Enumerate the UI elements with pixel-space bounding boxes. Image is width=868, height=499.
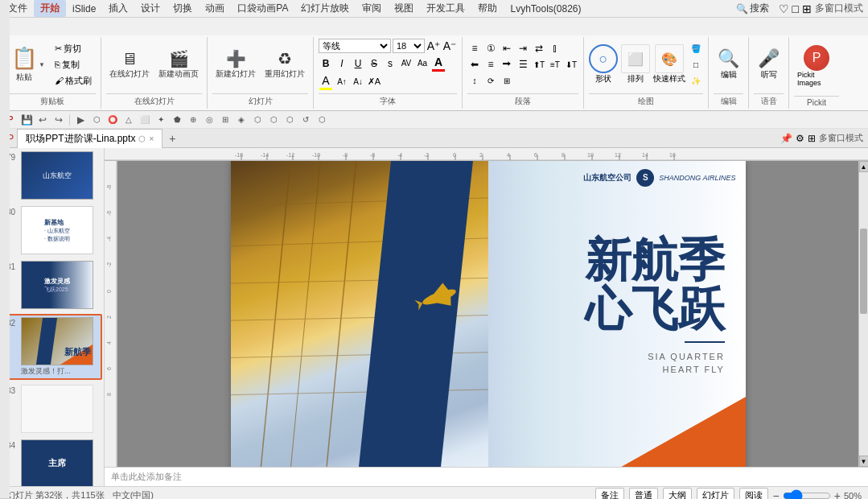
slide-thumb-81[interactable]: 81 激发灵感 飞跃2025: [2, 259, 102, 311]
decrease-font-button[interactable]: A⁻: [442, 39, 457, 53]
font-case-button[interactable]: Aa: [415, 56, 430, 71]
text-highlight-button[interactable]: A: [319, 73, 333, 88]
qa-btn2[interactable]: ⭕: [105, 113, 120, 127]
copy-button[interactable]: ⎘ 复制: [51, 57, 96, 72]
justify-button[interactable]: ☰: [516, 57, 530, 72]
increase-font-button[interactable]: A⁺: [426, 39, 441, 53]
strikethrough-button[interactable]: S: [367, 56, 381, 71]
quick-style-button[interactable]: 🎨: [655, 44, 684, 73]
bold-button[interactable]: B: [319, 56, 333, 71]
dictation-button[interactable]: 🎤: [758, 48, 780, 69]
qa-btn10[interactable]: ◈: [234, 113, 249, 127]
menu-home[interactable]: 开始: [34, 0, 66, 17]
slide-thumb-82[interactable]: 82 新航季 激发灵感！打...: [2, 314, 102, 380]
font-compress-button[interactable]: A↓: [351, 75, 365, 89]
new-animation-page-button[interactable]: 🎬 新建动画页: [155, 47, 202, 81]
doc-tab-close[interactable]: ×: [149, 134, 154, 143]
multiwindow-tab-icon[interactable]: ⊞: [808, 133, 816, 144]
rtl-button[interactable]: ⇄: [532, 41, 546, 56]
qa-btn4[interactable]: ⬜: [138, 113, 152, 127]
slide-thumb-83[interactable]: 83: [2, 383, 102, 435]
menu-switch[interactable]: 切换: [167, 0, 199, 17]
qa-undo[interactable]: ↩: [35, 113, 50, 127]
align-left-button[interactable]: ⬅: [467, 57, 482, 72]
zoom-slider[interactable]: [783, 489, 831, 500]
indent-decrease-button[interactable]: ⇤: [500, 41, 514, 56]
menu-insert[interactable]: 插入: [102, 0, 134, 17]
qa-present[interactable]: ▶: [73, 113, 88, 127]
menu-lvyhtools[interactable]: LvyhTools(0826): [504, 2, 587, 16]
settings-icon[interactable]: ⚙: [796, 133, 804, 144]
menu-search[interactable]: 🔍 搜索: [730, 0, 775, 17]
italic-button[interactable]: I: [335, 56, 349, 71]
arrange-button[interactable]: ⬜: [621, 44, 650, 73]
pin-icon[interactable]: 📌: [780, 133, 792, 144]
align-center-button[interactable]: ≡: [483, 57, 498, 72]
qa-redo[interactable]: ↪: [51, 113, 66, 127]
slide-thumb-79[interactable]: 79 山东航空: [2, 150, 102, 201]
align-bottom-button[interactable]: ⬇T: [564, 57, 578, 72]
cut-button[interactable]: ✂ 剪切: [51, 41, 96, 56]
qa-btn8[interactable]: ◎: [202, 113, 216, 127]
slide-thumb-80[interactable]: 80 新基地 · 山东航空 · 数据说明: [2, 204, 102, 256]
paste-dropdown-icon[interactable]: ▼: [39, 61, 45, 68]
shape-outline-button[interactable]: □: [689, 57, 703, 72]
qa-btn15[interactable]: ⬡: [315, 113, 329, 127]
pickit-button[interactable]: P Pickit Images: [794, 42, 839, 90]
menu-devtools[interactable]: 开发工具: [420, 0, 471, 17]
align-top-button[interactable]: ⬆T: [532, 57, 546, 72]
notes-area[interactable]: 单击此处添加备注: [105, 467, 868, 486]
line-spacing-button[interactable]: ↕: [467, 73, 482, 88]
qa-btn3[interactable]: △: [121, 113, 136, 127]
format-painter-button[interactable]: 🖌 格式刷: [51, 73, 96, 88]
scroll-thumb[interactable]: [860, 229, 867, 314]
qa-btn14[interactable]: ↺: [298, 113, 313, 127]
numbered-list-button[interactable]: ①: [483, 41, 498, 56]
scroll-up-btn[interactable]: ▲: [859, 161, 869, 172]
menu-animation[interactable]: 动画: [199, 0, 231, 17]
align-right-button[interactable]: ⮕: [500, 57, 514, 72]
slide-viewport[interactable]: 山东航空公司 S SHANDONG AIRLINES: [117, 161, 858, 467]
menu-islide[interactable]: iSlide: [66, 2, 102, 16]
qa-btn7[interactable]: ⊕: [186, 113, 200, 127]
view-outline-btn[interactable]: 大纲: [663, 488, 692, 499]
doc-tab[interactable]: 职场PPT进阶课-Lina.pptx ⬡ ×: [17, 129, 162, 148]
font-expand-button[interactable]: A↑: [335, 75, 349, 89]
shape-fill-button[interactable]: 🪣: [689, 41, 703, 56]
font-size-select[interactable]: 18: [393, 39, 425, 53]
indent-increase-button[interactable]: ⇥: [516, 41, 530, 56]
online-slides-button[interactable]: 🖥 在线幻灯片: [106, 47, 153, 81]
qa-save[interactable]: 💾: [19, 113, 34, 127]
qa-btn12[interactable]: ⬡: [266, 113, 281, 127]
qa-btn11[interactable]: ⬡: [250, 113, 265, 127]
favorite-icon[interactable]: ♡: [779, 2, 789, 15]
clear-format-button[interactable]: ✗A: [367, 75, 381, 89]
find-replace-button[interactable]: 🔍: [718, 48, 739, 69]
smartart-button[interactable]: ⊞: [500, 73, 514, 88]
qa-btn9[interactable]: ⊞: [218, 113, 232, 127]
paste-button[interactable]: 📋 粘贴 ▼: [8, 44, 48, 84]
comments-btn[interactable]: 备注: [595, 488, 624, 499]
columns-button[interactable]: ⫿: [548, 41, 562, 56]
scroll-down-btn[interactable]: ▼: [859, 456, 869, 467]
char-spacing-button[interactable]: AV: [399, 56, 413, 71]
zoom-decrease-btn[interactable]: −: [773, 489, 780, 500]
shape-button[interactable]: ○: [589, 44, 618, 73]
qa-btn1[interactable]: ⬡: [89, 113, 104, 127]
add-tab-button[interactable]: +: [162, 129, 182, 148]
menu-view[interactable]: 视图: [388, 0, 420, 17]
shape-effect-button[interactable]: ✨: [689, 73, 703, 88]
qa-btn13[interactable]: ⬡: [282, 113, 297, 127]
qa-btn6[interactable]: ⬟: [170, 113, 184, 127]
zoom-increase-btn[interactable]: +: [834, 489, 841, 500]
new-slide-button[interactable]: ➕ 新建幻灯片: [212, 47, 259, 81]
shadow-button[interactable]: s: [383, 56, 397, 71]
font-name-select[interactable]: 等线: [319, 39, 391, 53]
menu-design[interactable]: 设计: [134, 0, 167, 17]
window-icon[interactable]: □: [792, 2, 799, 15]
menu-help[interactable]: 帮助: [471, 0, 504, 17]
menu-review[interactable]: 审阅: [356, 0, 388, 17]
slide-thumb-34[interactable]: 34 主席: [2, 438, 102, 486]
view-normal-btn[interactable]: 普通: [629, 488, 658, 499]
font-color-button[interactable]: A: [431, 55, 446, 69]
